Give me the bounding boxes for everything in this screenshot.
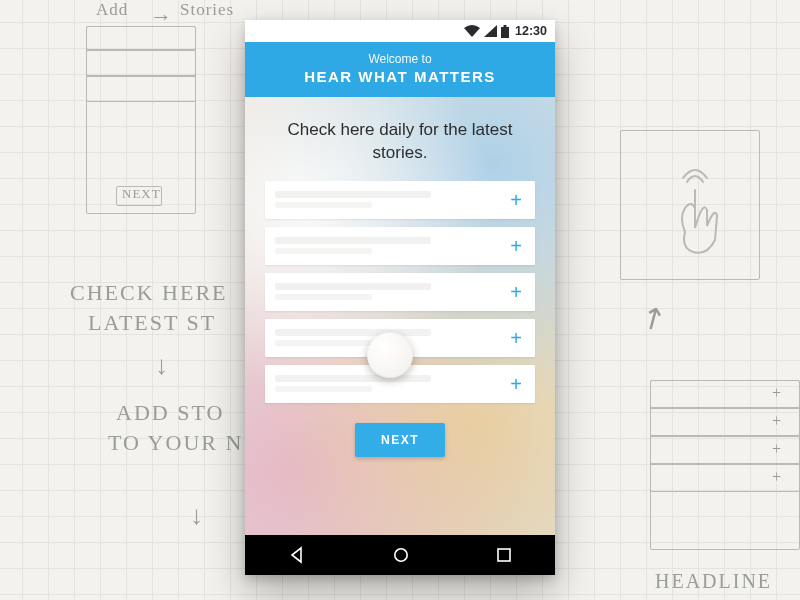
wifi-icon — [464, 25, 480, 37]
phone-frame: 12:30 Welcome to HEAR WHAT MATTERS Check… — [245, 20, 555, 575]
sketch-text-add: ADD STO — [116, 400, 224, 426]
sketch-text-latest: LATEST ST — [88, 310, 216, 336]
nav-back-icon[interactable] — [288, 546, 306, 564]
svg-rect-0 — [501, 27, 509, 38]
add-story-button[interactable]: + — [505, 282, 527, 302]
sketch-text-headline: HEADLINE — [655, 570, 772, 593]
sketch-arrow-down: ↓ — [190, 500, 203, 531]
sketch-wireframe-row — [650, 436, 800, 464]
add-story-button[interactable]: + — [505, 328, 527, 348]
status-time: 12:30 — [515, 24, 547, 38]
story-card[interactable]: + — [265, 181, 535, 219]
sketch-wireframe-row — [650, 464, 800, 492]
add-story-button[interactable]: + — [505, 190, 527, 210]
touch-indicator-icon — [367, 332, 413, 378]
sketch-label-add: Add — [96, 0, 128, 20]
svg-rect-3 — [498, 549, 510, 561]
svg-point-2 — [395, 549, 407, 561]
cell-signal-icon — [484, 25, 497, 37]
nav-recent-icon[interactable] — [496, 547, 512, 563]
sketch-arrow: → — [150, 4, 172, 30]
headline-text: Check here daily for the latest stories. — [245, 97, 555, 181]
sketch-wireframe-row — [86, 26, 196, 50]
story-placeholder — [275, 181, 505, 219]
sketch-plus: + — [772, 440, 782, 458]
sketch-wireframe-row — [86, 50, 196, 76]
sketch-hand-icon — [655, 160, 735, 260]
sketch-label-stories: Stories — [180, 0, 234, 20]
sketch-plus: + — [772, 412, 782, 430]
sketch-arrow-down: ↓ — [155, 350, 168, 381]
add-story-button[interactable]: + — [505, 374, 527, 394]
battery-icon — [501, 25, 509, 38]
header-subtitle: Welcome to — [245, 52, 555, 66]
add-story-button[interactable]: + — [505, 236, 527, 256]
story-card[interactable]: + — [265, 273, 535, 311]
sketch-text-check: CHECK HERE — [70, 280, 228, 306]
sketch-wireframe-row — [650, 408, 800, 436]
app-header: Welcome to HEAR WHAT MATTERS — [245, 42, 555, 97]
sketch-plus: + — [772, 468, 782, 486]
next-button[interactable]: NEXT — [355, 423, 445, 457]
sketch-label-next: NEXT — [122, 186, 161, 202]
sketch-next-box — [116, 186, 162, 206]
story-card[interactable]: + — [265, 227, 535, 265]
header-title: HEAR WHAT MATTERS — [245, 68, 555, 85]
sketch-wireframe-row — [86, 76, 196, 102]
android-statusbar: 12:30 — [245, 20, 555, 42]
sketch-curve-arrow: ↗ — [633, 296, 672, 339]
nav-home-icon[interactable] — [392, 546, 410, 564]
svg-rect-1 — [504, 25, 507, 27]
story-placeholder — [275, 227, 505, 265]
android-navbar — [245, 535, 555, 575]
sketch-wireframe-row — [650, 380, 800, 408]
sketch-wireframe-list — [650, 380, 800, 550]
app-body: Check here daily for the latest stories.… — [245, 97, 555, 535]
sketch-wireframe-top — [86, 26, 196, 214]
story-placeholder — [275, 273, 505, 311]
sketch-text-to: TO YOUR N — [108, 430, 243, 456]
sketch-plus: + — [772, 384, 782, 402]
